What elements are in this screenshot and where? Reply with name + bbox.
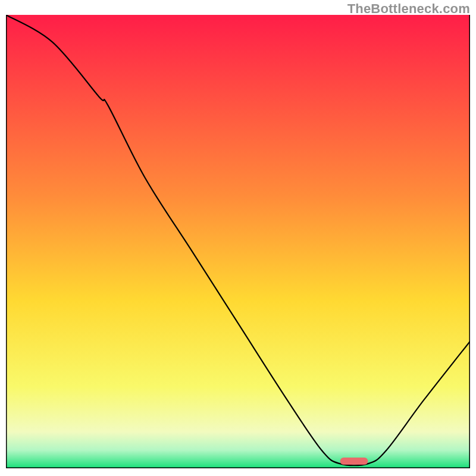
- chart-container: TheBottleneck.com: [0, 0, 476, 476]
- bottleneck-chart: [6, 15, 470, 468]
- plot-background: [6, 15, 470, 468]
- target-zone-marker: [340, 458, 368, 465]
